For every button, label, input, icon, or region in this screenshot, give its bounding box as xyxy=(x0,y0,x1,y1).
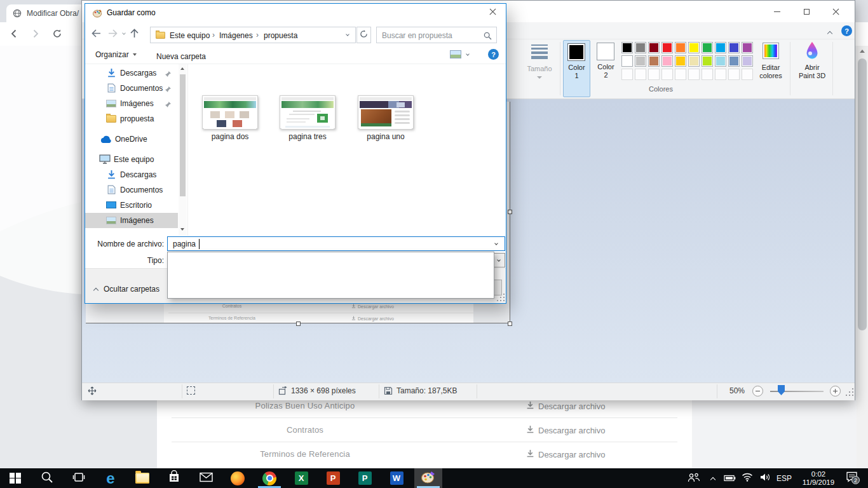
publisher-button[interactable]: P xyxy=(351,468,379,488)
palette-swatch[interactable] xyxy=(621,69,633,80)
file-thumbnail-pagina-tres[interactable] xyxy=(280,95,336,129)
search-icon[interactable] xyxy=(484,31,492,43)
selection-handle[interactable] xyxy=(508,322,512,326)
scrollbar-thumb[interactable] xyxy=(180,74,186,196)
sidebar-item-descargas-2[interactable]: Descargas xyxy=(85,167,178,182)
selection-handle[interactable] xyxy=(296,322,301,326)
filename-autocomplete-dropdown[interactable] xyxy=(167,252,494,299)
store-button[interactable] xyxy=(160,468,188,488)
palette-swatch[interactable] xyxy=(648,69,660,80)
palette-swatch[interactable] xyxy=(728,69,740,80)
sidebar-scrollbar[interactable] xyxy=(179,64,187,236)
nav-up-icon[interactable] xyxy=(130,28,139,41)
sidebar-item-imagenes[interactable]: Imágenes xyxy=(85,96,178,111)
search-box[interactable]: Buscar en propuesta xyxy=(376,27,497,43)
taskbar-search-button[interactable] xyxy=(33,468,61,488)
page-scrollbar[interactable] xyxy=(857,46,868,468)
breadcrumb-item[interactable]: Este equipo xyxy=(170,31,210,40)
palette-swatch[interactable] xyxy=(661,42,673,53)
dialog-resize-grip[interactable] xyxy=(496,293,505,302)
powerpoint-button[interactable]: P xyxy=(319,468,347,488)
pane-divider[interactable] xyxy=(187,64,188,236)
sidebar-item-imagenes-2[interactable]: Imágenes xyxy=(85,213,178,228)
maximize-button[interactable] xyxy=(792,1,821,22)
palette-swatch[interactable] xyxy=(661,69,673,80)
word-button[interactable]: W xyxy=(383,468,410,488)
action-center-button[interactable]: 2 xyxy=(843,470,860,485)
open-paint3d-button[interactable]: Abrir Paint 3D xyxy=(794,41,830,97)
battery-button[interactable] xyxy=(722,471,737,485)
filename-input[interactable]: pagina xyxy=(167,236,505,251)
palette-swatch[interactable] xyxy=(702,42,713,53)
window-resize-grip[interactable] xyxy=(845,388,854,396)
filename-dropdown-icon[interactable] xyxy=(494,241,498,245)
palette-swatch[interactable] xyxy=(742,69,753,80)
palette-swatch[interactable] xyxy=(635,55,646,67)
wifi-button[interactable] xyxy=(740,471,755,485)
task-view-button[interactable] xyxy=(65,468,93,488)
dialog-help-button[interactable]: ? xyxy=(488,49,499,60)
new-folder-button[interactable]: Nueva carpeta xyxy=(156,50,206,62)
clock[interactable]: 0:02 11/9/2019 xyxy=(798,470,839,487)
excel-button[interactable]: X xyxy=(287,468,315,488)
breadcrumb[interactable]: Este equipo › Imágenes › propuesta xyxy=(150,27,356,43)
palette-swatch[interactable] xyxy=(648,42,660,53)
scroll-down-icon[interactable] xyxy=(180,228,184,231)
file-explorer-button[interactable] xyxy=(128,468,156,488)
palette-swatch[interactable] xyxy=(675,42,686,53)
palette-swatch[interactable] xyxy=(635,42,646,53)
palette-swatch[interactable] xyxy=(715,69,726,80)
color1-button[interactable]: Color 1 xyxy=(563,40,590,97)
nav-back-icon[interactable] xyxy=(91,29,102,41)
firefox-button[interactable] xyxy=(224,468,252,488)
palette-swatch[interactable] xyxy=(675,69,686,80)
scrollbar-thumb[interactable] xyxy=(858,58,867,330)
color2-button[interactable]: Color 2 xyxy=(593,40,619,97)
file-name[interactable]: pagina dos xyxy=(198,132,262,141)
sidebar-item-documentos-2[interactable]: Documentos xyxy=(85,182,178,198)
palette-swatch[interactable] xyxy=(688,42,700,53)
palette-swatch[interactable] xyxy=(742,55,753,67)
file-name[interactable]: pagina tres xyxy=(276,132,339,141)
address-dropdown-icon[interactable] xyxy=(346,32,349,36)
minimize-button[interactable] xyxy=(763,1,792,22)
ribbon-collapse-button[interactable] xyxy=(825,27,836,36)
language-indicator[interactable]: ESP xyxy=(774,471,794,485)
back-icon[interactable] xyxy=(9,29,19,41)
sidebar-item-escritorio[interactable]: Escritorio xyxy=(85,198,178,213)
organize-button[interactable]: Organizar xyxy=(95,50,137,59)
hide-folders-button[interactable]: Ocultar carpetas xyxy=(94,285,159,294)
forward-icon[interactable] xyxy=(31,29,41,41)
size-button[interactable]: Tamaño xyxy=(522,41,557,95)
palette-swatch[interactable] xyxy=(742,42,753,53)
chrome-button[interactable] xyxy=(255,468,283,488)
file-name[interactable]: pagina uno xyxy=(354,132,417,141)
edit-colors-button[interactable]: Editar colores xyxy=(756,41,786,97)
palette-swatch[interactable] xyxy=(702,55,713,67)
download-link[interactable]: Descargar archivo xyxy=(526,449,606,459)
scroll-up-icon[interactable] xyxy=(180,67,184,70)
file-thumbnail-pagina-dos[interactable] xyxy=(202,95,258,129)
paint-button[interactable] xyxy=(414,468,442,488)
palette-swatch[interactable] xyxy=(715,42,726,53)
ribbon-help-button[interactable]: ? xyxy=(841,25,852,36)
palette-swatch[interactable] xyxy=(688,55,700,67)
palette-swatch[interactable] xyxy=(648,55,660,67)
volume-button[interactable] xyxy=(757,471,773,485)
nav-forward-icon[interactable] xyxy=(107,29,118,41)
people-button[interactable] xyxy=(686,471,702,485)
mail-button[interactable] xyxy=(192,468,220,488)
palette-swatch[interactable] xyxy=(715,55,726,67)
sidebar-item-descargas[interactable]: Descargas xyxy=(85,65,178,81)
palette-swatch[interactable] xyxy=(621,42,633,53)
palette-swatch[interactable] xyxy=(621,55,633,67)
palette-swatch[interactable] xyxy=(661,55,673,67)
scrollbar-up-icon[interactable] xyxy=(860,50,865,53)
tray-expand-button[interactable] xyxy=(707,471,719,485)
sidebar-item-propuesta[interactable]: propuesta xyxy=(85,111,178,126)
palette-swatch[interactable] xyxy=(675,55,686,67)
edge-button[interactable]: e xyxy=(97,468,125,488)
zoom-out-button[interactable] xyxy=(752,386,763,396)
reload-icon[interactable] xyxy=(52,29,62,41)
file-thumbnail-pagina-uno[interactable] xyxy=(358,95,414,129)
